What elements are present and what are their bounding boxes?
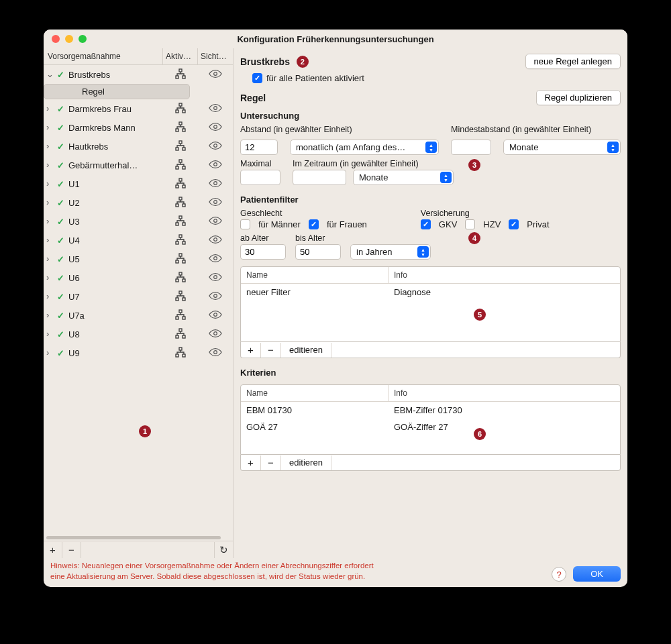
hierarchy-icon[interactable] [163, 234, 198, 247]
chevron-right-icon[interactable]: › [46, 217, 53, 226]
hierarchy-icon[interactable] [163, 68, 198, 81]
measure-tree[interactable]: ⌄✓BrustkrebsRegel›✓Darmkrebs Frau›✓Darmk… [44, 65, 233, 535]
eye-icon[interactable] [198, 141, 233, 152]
eye-icon[interactable] [198, 272, 233, 284]
hierarchy-icon[interactable] [163, 347, 198, 360]
chevron-right-icon[interactable]: › [46, 123, 53, 132]
help-button[interactable]: ? [552, 567, 566, 582]
hzv-checkbox[interactable] [465, 219, 475, 229]
eye-icon[interactable] [198, 69, 233, 80]
sidebar-item[interactable]: ›✓U5 [44, 250, 233, 268]
hierarchy-icon[interactable] [163, 253, 198, 266]
hierarchy-icon[interactable] [163, 121, 198, 134]
mindest-input[interactable] [451, 140, 491, 155]
hierarchy-icon[interactable] [163, 103, 198, 115]
hierarchy-icon[interactable] [163, 328, 198, 341]
reload-button[interactable]: ↻ [214, 542, 233, 558]
sidebar-item[interactable]: ›✓Darmkrebs Frau [44, 99, 233, 118]
filter-remove-button[interactable]: − [261, 343, 281, 358]
eye-icon[interactable] [198, 122, 233, 133]
sidebar-item[interactable]: ›✓U7a [44, 306, 233, 325]
duplicate-rule-button[interactable]: Regel duplizieren [536, 90, 621, 105]
bis-alter-input[interactable] [295, 244, 341, 260]
col-name[interactable]: Vorsorgemaßnahme [44, 48, 163, 64]
alter-unit-select[interactable]: in Jahren ▲▼ [350, 244, 431, 260]
sidebar-item[interactable]: ›✓Gebärmutterhal… [44, 156, 233, 174]
filter-col-name[interactable]: Name [241, 267, 389, 283]
hierarchy-icon[interactable] [163, 159, 198, 172]
sidebar-item[interactable]: ›✓Darmkrebs Mann [44, 118, 233, 137]
abstand-unit-select[interactable]: monatlich (am Anfang des… ▲▼ [290, 140, 439, 155]
hierarchy-icon[interactable] [163, 290, 198, 303]
chevron-right-icon[interactable]: › [46, 329, 53, 339]
eye-icon[interactable] [198, 216, 233, 227]
ab-alter-input[interactable] [240, 244, 286, 260]
sidebar-item[interactable]: ⌄✓Brustkrebs [44, 65, 233, 84]
sidebar-item-rule[interactable]: Regel [44, 84, 190, 99]
hierarchy-icon[interactable] [163, 215, 198, 228]
filter-col-info[interactable]: Info [389, 267, 620, 283]
privat-checkbox[interactable]: ✓ [509, 219, 519, 229]
col-visible[interactable]: Sicht… [198, 48, 233, 64]
hierarchy-icon[interactable] [163, 309, 198, 322]
chevron-right-icon[interactable]: › [46, 235, 53, 245]
eye-icon[interactable] [198, 103, 233, 115]
kriterien-rows[interactable]: EBM 01730EBM-Ziffer 01730GOÄ 27GOÄ-Ziffe… [241, 402, 620, 454]
table-row[interactable]: neuer FilterDiagnose [241, 284, 620, 301]
activate-all-checkbox[interactable]: ✓ [252, 73, 262, 83]
male-checkbox[interactable] [240, 219, 250, 229]
sidebar-item[interactable]: ›✓U3 [44, 212, 233, 231]
filter-edit-button[interactable]: editieren [281, 343, 331, 358]
sidebar-item[interactable]: ›✓U6 [44, 268, 233, 287]
zeitraum-unit-select[interactable]: Monate ▲▼ [353, 170, 454, 185]
table-row[interactable]: EBM 01730EBM-Ziffer 01730 [241, 402, 620, 419]
kriterien-add-button[interactable]: + [241, 455, 261, 470]
chevron-right-icon[interactable]: › [46, 311, 53, 320]
sidebar-item[interactable]: ›✓U1 [44, 174, 233, 193]
sidebar-item[interactable]: ›✓U8 [44, 325, 233, 343]
filter-add-button[interactable]: + [241, 343, 261, 358]
chevron-right-icon[interactable]: › [46, 348, 53, 358]
hierarchy-icon[interactable] [163, 140, 198, 153]
col-active[interactable]: Aktiv… [163, 48, 198, 64]
chevron-right-icon[interactable]: › [46, 179, 53, 189]
chevron-right-icon[interactable]: › [46, 273, 53, 282]
chevron-right-icon[interactable]: › [46, 160, 53, 170]
chevron-right-icon[interactable]: › [46, 198, 53, 207]
zeitraum-input[interactable] [293, 170, 346, 185]
chevron-right-icon[interactable]: › [46, 292, 53, 301]
sidebar-item[interactable]: ›✓U4 [44, 231, 233, 250]
h-scrollbar[interactable] [44, 535, 233, 541]
female-checkbox[interactable]: ✓ [309, 219, 319, 229]
kriterien-edit-button[interactable]: editieren [281, 455, 331, 470]
eye-icon[interactable] [198, 310, 233, 321]
abstand-input[interactable] [240, 140, 278, 155]
kriterien-col-info[interactable]: Info [389, 385, 620, 401]
chevron-right-icon[interactable]: › [46, 254, 53, 264]
add-measure-button[interactable]: + [44, 542, 62, 558]
eye-icon[interactable] [198, 235, 233, 246]
sidebar-item[interactable]: ›✓U7 [44, 287, 233, 306]
mindest-unit-select[interactable]: Monate ▲▼ [503, 140, 621, 155]
chevron-down-icon[interactable]: ⌄ [46, 70, 53, 79]
remove-measure-button[interactable]: − [62, 542, 81, 558]
eye-icon[interactable] [198, 329, 233, 340]
maximal-input[interactable] [240, 170, 280, 185]
table-row[interactable]: GOÄ 27GOÄ-Ziffer 27 [241, 419, 620, 435]
chevron-right-icon[interactable]: › [46, 142, 53, 151]
kriterien-col-name[interactable]: Name [241, 385, 389, 401]
sidebar-item[interactable]: ›✓Hautkrebs [44, 137, 233, 156]
hierarchy-icon[interactable] [163, 197, 198, 209]
eye-icon[interactable] [198, 160, 233, 171]
filter-rows[interactable]: neuer FilterDiagnose [241, 284, 620, 341]
eye-icon[interactable] [198, 178, 233, 190]
gkv-checkbox[interactable]: ✓ [421, 219, 431, 229]
sidebar-item[interactable]: ›✓U9 [44, 343, 233, 362]
eye-icon[interactable] [198, 291, 233, 303]
ok-button[interactable]: OK [573, 566, 621, 582]
kriterien-remove-button[interactable]: − [261, 455, 281, 470]
eye-icon[interactable] [198, 254, 233, 265]
chevron-right-icon[interactable]: › [46, 104, 53, 113]
sidebar-item[interactable]: ›✓U2 [44, 193, 233, 212]
eye-icon[interactable] [198, 347, 233, 359]
